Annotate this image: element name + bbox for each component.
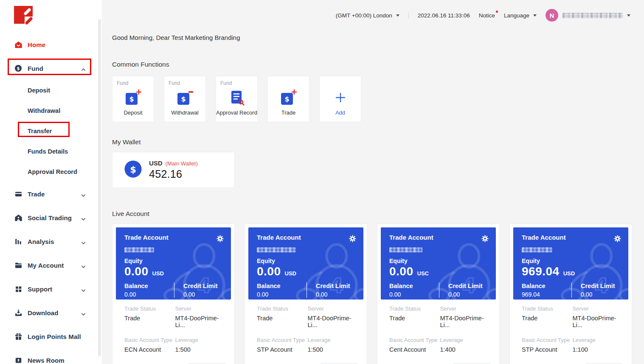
equity-label: Equity (389, 258, 489, 264)
equity-label: Equity (257, 258, 357, 264)
server-label: Server (308, 305, 359, 312)
sidebar-item-label: Social Trading (28, 214, 81, 221)
equity-value: 969.04 (522, 265, 560, 278)
shortcut-category: Fund (117, 80, 128, 86)
sidebar-item-download[interactable]: Download (0, 301, 102, 325)
account-card-title: Trade Account (389, 234, 433, 241)
main-content: (GMT +00:00) London 2022.06.16 11:33:06 … (102, 0, 644, 364)
account-card-title: Trade Account (522, 234, 566, 241)
account-type-label: Basic Account Type (124, 337, 175, 343)
trade-status-value: Trade (389, 315, 440, 322)
sidebar-item-home[interactable]: Home (0, 33, 102, 56)
gear-icon[interactable] (613, 235, 622, 244)
server-label: Server (175, 305, 226, 312)
balance-value: 0.00 (257, 291, 307, 298)
sidebar-item-login-points-mall[interactable]: Login Points Mall (0, 325, 102, 348)
doo-prime-logo[interactable] (14, 6, 102, 26)
balance-label: Balance (389, 283, 439, 289)
account-type-value: STP Account (522, 346, 573, 353)
live-account-card: 4 Trade Account Equity 0.00 USD (112, 224, 235, 364)
server-value: MT4-DooPrime-Li... (440, 315, 491, 328)
server-value: MT4-DooPrime-Li... (175, 315, 226, 328)
sidebar-scrollbar[interactable] (98, 19, 101, 356)
sidebar-item-trade[interactable]: Trade (0, 182, 102, 206)
notice-dot (496, 11, 498, 13)
shortcut-card-deposit[interactable]: Fund $+ Deposit (112, 76, 154, 122)
timezone-dropdown[interactable]: (GMT +00:00) London (336, 12, 399, 19)
leverage-value: 1:500 (308, 346, 359, 353)
sidebar-item-support[interactable]: Support (0, 277, 102, 301)
leverage-label: Leverage (573, 337, 624, 343)
sidebar-subitem-funds-details[interactable]: Funds Details (0, 141, 102, 162)
sidebar-item-my-account[interactable]: My Account (0, 253, 102, 277)
sidebar-subitem-withdrawal[interactable]: Withdrawal (0, 101, 102, 121)
user-menu[interactable]: N (546, 9, 630, 22)
equity-currency: USD (285, 270, 296, 277)
language-dropdown[interactable]: Language (504, 12, 537, 19)
shortcut-card-add[interactable]: Add (319, 76, 361, 122)
sidebar-item-label: News Room (28, 357, 86, 364)
chevron-down-icon (81, 216, 86, 220)
gear-icon[interactable] (216, 235, 224, 244)
sidebar-nav: Home $ Fund Deposit Withdrawal Transfer (0, 33, 102, 364)
account-details: Trade Status Trade Server MT4-DooPrime-L… (116, 300, 231, 364)
home-icon (14, 40, 22, 49)
plus-icon (320, 92, 361, 104)
equity-currency: USD (563, 270, 575, 277)
gear-icon[interactable] (481, 235, 489, 244)
account-details: Trade Status Trade Server MT4-DooPrime-L… (381, 300, 496, 364)
svg-text:$: $ (284, 95, 289, 103)
account-details: Trade Status Trade Server MT4-DooPrime-L… (513, 300, 628, 364)
folder-icon (14, 261, 22, 269)
equity-currency: USC (417, 270, 429, 277)
leverage-value: 1:100 (573, 346, 624, 353)
sidebar-item-social-trading[interactable]: Social Trading (0, 206, 102, 230)
trade-status-label: Trade Status (522, 305, 573, 312)
notice-label: Notice (479, 12, 495, 19)
svg-text:+: + (291, 89, 298, 96)
sidebar-item-label: Analysis (28, 238, 81, 245)
svg-text:$: $ (129, 95, 134, 103)
wallet-card: $ USD (Main Wallet) 452.16 (112, 152, 235, 188)
gear-icon[interactable] (349, 235, 357, 244)
fund-dollar-icon: $ (14, 64, 22, 73)
common-functions-title: Common Functions (112, 61, 644, 68)
sidebar-item-analysis[interactable]: Analysis (0, 230, 102, 253)
svg-text:$: $ (181, 95, 186, 103)
shortcut-card-trade[interactable]: $+ Trade (267, 76, 309, 122)
download-icon (14, 308, 22, 317)
language-label: Language (504, 12, 529, 19)
sidebar-subitem-label: Deposit (28, 87, 50, 94)
shortcut-card-approval-record[interactable]: Fund Approval Record (216, 76, 258, 122)
equity-currency: USD (152, 270, 164, 277)
credit-limit-label: Credit Limit (316, 283, 357, 289)
leverage-value: 1:400 (440, 346, 491, 353)
wallet-tag: (Main Wallet) (166, 160, 198, 167)
credit-limit-value: 0.00 (448, 291, 489, 298)
notice-button[interactable]: Notice (479, 12, 495, 19)
app-window: Home $ Fund Deposit Withdrawal Transfer (0, 0, 644, 364)
sidebar-subitem-transfer[interactable]: Transfer (0, 121, 102, 141)
shortcut-card-withdrawal[interactable]: Fund $ Withdrawal (164, 76, 206, 122)
equity-value: 0.00 (389, 265, 413, 278)
sidebar-item-news-room[interactable]: News Room (0, 348, 102, 364)
greeting-text: Good Morning, Dear Test Marketing Brandi… (112, 34, 644, 41)
sidebar-subitem-approval-record[interactable]: Approval Record (0, 162, 102, 182)
account-type-value: STP Account (257, 346, 308, 353)
sidebar-subitem-deposit[interactable]: Deposit (0, 80, 102, 101)
topbar-divider (408, 12, 409, 19)
balance-label: Balance (257, 283, 307, 289)
wallet-info: USD (Main Wallet) 452.16 (149, 160, 198, 180)
credit-limit-value: 0.00 (183, 291, 224, 298)
equity-value: 0.00 (124, 265, 149, 278)
gift-icon (14, 332, 22, 341)
trade-status-value: Trade (257, 315, 308, 322)
trade-status-label: Trade Status (257, 305, 308, 312)
wallet-icon (14, 190, 22, 198)
shortcut-label: Withdrawal (164, 109, 205, 116)
trade-status-value: Trade (522, 315, 573, 322)
sidebar-item-fund[interactable]: $ Fund (0, 56, 102, 80)
leverage-label: Leverage (308, 337, 359, 343)
user-name-redacted (562, 13, 623, 18)
account-summary-panel: 4 Trade Account Equity 0.00 USD (248, 227, 363, 300)
